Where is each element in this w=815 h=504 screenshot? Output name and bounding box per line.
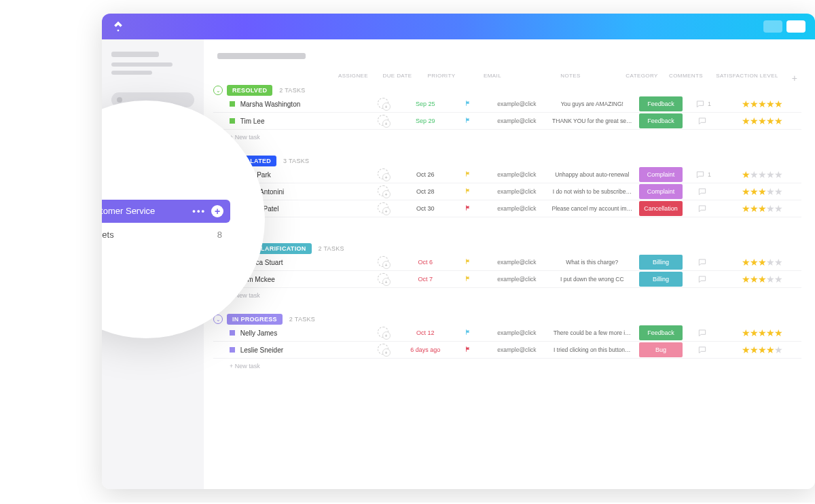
assignee-cell[interactable] — [363, 168, 403, 181]
status-square-icon[interactable] — [230, 347, 235, 353]
due-date-cell[interactable]: Oct 30 — [402, 205, 448, 212]
priority-cell[interactable] — [448, 187, 488, 196]
comments-cell[interactable]: 1 — [684, 170, 723, 179]
col-priority: PRIORITY — [421, 73, 462, 84]
new-task-button[interactable]: + New task — [213, 288, 801, 299]
group-toggle-icon[interactable]: ⌄ — [213, 86, 223, 95]
due-date-cell[interactable]: Oct 7 — [402, 276, 448, 283]
assignee-cell[interactable] — [363, 202, 403, 215]
add-column-button[interactable]: + — [788, 73, 801, 84]
group-label[interactable]: RESOLVED — [227, 85, 272, 96]
satisfaction-cell[interactable]: ★★★★★ — [723, 169, 801, 180]
due-date-cell[interactable]: Oct 6 — [402, 259, 448, 266]
priority-cell[interactable] — [448, 257, 488, 267]
task-row[interactable]: Tim LeeSep 29example@clickTHANK YOU for … — [213, 113, 801, 130]
assignee-avatar-icon — [378, 256, 388, 267]
category-cell[interactable]: Cancellation — [638, 201, 683, 216]
col-notes: NOTES — [523, 73, 618, 84]
due-date-cell[interactable]: Oct 28 — [402, 188, 448, 195]
email-cell: example@click — [488, 188, 547, 195]
due-date-cell[interactable]: Oct 12 — [402, 329, 448, 336]
folder-more-icon[interactable]: ••• — [192, 206, 206, 216]
assignee-cell[interactable] — [363, 327, 403, 339]
comments-cell[interactable] — [684, 328, 723, 338]
category-cell[interactable]: Billing — [638, 272, 683, 287]
assignee-cell[interactable] — [363, 344, 403, 356]
assignee-cell[interactable] — [363, 273, 403, 285]
priority-cell[interactable] — [448, 204, 488, 213]
due-date-cell[interactable]: Sep 29 — [402, 118, 448, 124]
notes-cell: I do not wish to be subscribe… — [546, 188, 638, 195]
category-cell[interactable]: Billing — [638, 255, 683, 270]
satisfaction-cell[interactable]: ★★★★★ — [723, 327, 801, 338]
priority-cell[interactable] — [448, 274, 488, 284]
status-square-icon[interactable] — [230, 330, 235, 336]
due-date-cell[interactable]: Oct 26 — [402, 171, 448, 178]
titlebar-pill-1[interactable] — [763, 20, 782, 33]
col-category: CATEGORY — [618, 73, 666, 84]
assignee-avatar-icon — [378, 168, 388, 179]
assignee-cell[interactable] — [363, 256, 403, 268]
assignee-cell[interactable] — [363, 185, 403, 198]
sidebar-skeleton — [111, 62, 173, 67]
folder-customer-service[interactable]: Customer Service ••• + — [102, 200, 230, 223]
new-task-button[interactable]: + New task — [213, 217, 801, 228]
category-cell[interactable]: Complaint — [638, 184, 683, 199]
satisfaction-cell[interactable]: ★★★★★ — [723, 98, 801, 109]
task-row[interactable]: Marsha WashingtonSep 25example@clickYou … — [213, 96, 801, 113]
satisfaction-cell[interactable]: ★★★★★ — [723, 274, 801, 285]
comments-cell[interactable] — [684, 257, 723, 267]
priority-cell[interactable] — [448, 345, 488, 355]
priority-cell[interactable] — [448, 170, 488, 179]
task-row[interactable]: Kylie ParkOct 26example@clickUnhappy abo… — [213, 166, 801, 183]
task-row[interactable]: Nelly JamesOct 12example@clickThere coul… — [213, 325, 801, 342]
group-label[interactable]: IN PROGRESS — [227, 314, 283, 325]
titlebar-pill-2[interactable] — [786, 20, 805, 33]
list-tickets[interactable]: Tickets 8 — [102, 223, 230, 240]
satisfaction-cell[interactable]: ★★★★★ — [723, 186, 801, 197]
task-name: Nelly James — [240, 329, 363, 337]
assignee-cell[interactable] — [363, 115, 403, 127]
folder-add-button[interactable]: + — [211, 205, 223, 217]
comments-cell[interactable] — [684, 204, 723, 213]
status-square-icon[interactable] — [230, 101, 235, 107]
task-row[interactable]: Natalie PatelOct 30example@clickPlease c… — [213, 200, 801, 217]
col-assignee: ASSIGNEE — [333, 73, 374, 84]
task-name: Jessica Stuart — [240, 259, 363, 266]
list-label: Tickets — [102, 230, 114, 240]
priority-cell[interactable] — [448, 99, 488, 109]
task-name: Tom Mckee — [240, 276, 363, 283]
satisfaction-cell[interactable]: ★★★★★ — [723, 115, 801, 126]
task-row[interactable]: Tessa AntoniniOct 28example@clickI do no… — [213, 183, 801, 200]
group-count: 3 TASKS — [283, 158, 309, 164]
category-cell[interactable]: Feedback — [638, 113, 683, 128]
status-square-icon[interactable] — [230, 118, 235, 124]
priority-cell[interactable] — [448, 328, 488, 338]
category-cell[interactable]: Feedback — [638, 325, 683, 340]
comments-cell[interactable] — [684, 274, 723, 284]
category-cell[interactable]: Complaint — [638, 167, 683, 182]
email-cell: example@click — [488, 276, 547, 283]
comments-cell[interactable] — [684, 187, 723, 196]
sidebar-skeleton — [111, 52, 159, 57]
comments-cell[interactable]: 1 — [684, 99, 723, 109]
task-row[interactable]: Tom MckeeOct 7example@clickI put down th… — [213, 271, 801, 288]
satisfaction-cell[interactable]: ★★★★★ — [723, 344, 801, 355]
assignee-cell[interactable] — [363, 98, 403, 110]
comments-cell[interactable] — [684, 345, 723, 355]
new-task-button[interactable]: + New task — [213, 359, 801, 370]
category-cell[interactable]: Bug — [638, 342, 683, 357]
satisfaction-cell[interactable]: ★★★★★ — [723, 257, 801, 268]
group-count: 2 TASKS — [319, 245, 344, 252]
due-date-cell[interactable]: 6 days ago — [402, 346, 448, 353]
priority-cell[interactable] — [448, 116, 488, 126]
due-date-cell[interactable]: Sep 25 — [402, 101, 448, 107]
new-task-button[interactable]: + New task — [213, 130, 801, 141]
task-row[interactable]: Jessica StuartOct 6example@clickWhat is … — [213, 254, 801, 271]
col-email: EMAIL — [462, 73, 523, 84]
comments-cell[interactable] — [684, 116, 723, 126]
category-cell[interactable]: Feedback — [638, 96, 683, 111]
task-row[interactable]: Leslie Sneider6 days agoexample@clickI t… — [213, 342, 801, 359]
satisfaction-cell[interactable]: ★★★★★ — [723, 203, 801, 214]
sidebar-skeleton — [111, 71, 152, 75]
